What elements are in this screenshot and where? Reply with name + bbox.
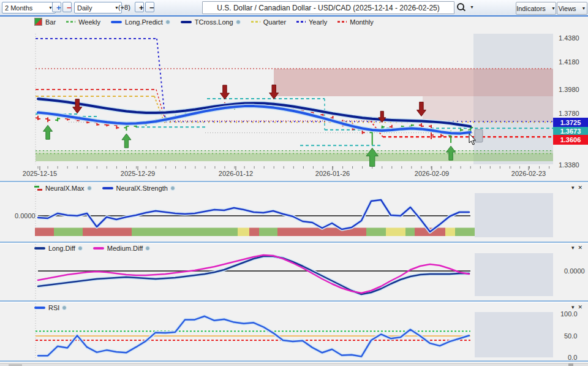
legend-label: Quarter bbox=[263, 18, 286, 26]
panel-buttons-rsi: ▾✕ bbox=[571, 304, 582, 310]
legend-item-long-predict[interactable]: Long.Predict bbox=[111, 18, 170, 26]
chart-zone bbox=[36, 153, 553, 161]
bars-minus-button[interactable]: − bbox=[145, 2, 154, 12]
legend-item-neuralx-max[interactable]: NeuralX.Max bbox=[34, 185, 92, 192]
range-select[interactable]: 2 Months ▼ bbox=[2, 2, 56, 13]
panel-buttons-neuralx: ▾✕ bbox=[571, 185, 582, 191]
range-value: 2 Months bbox=[5, 4, 32, 12]
dashed-line-icon bbox=[66, 21, 75, 23]
date-axis-label: 2025-12-15 bbox=[15, 170, 64, 177]
panel-axis-label: 0.0000 bbox=[564, 267, 585, 275]
price-axis-label: 1.3380 bbox=[559, 161, 579, 169]
future-shade bbox=[475, 193, 553, 237]
panel-buttons-longdiff: ▾✕ bbox=[571, 245, 582, 251]
panel-axis-label: 100.0 bbox=[560, 310, 578, 318]
chart-zone bbox=[274, 69, 553, 96]
series-long-diff bbox=[38, 256, 469, 294]
series-toggle-dot[interactable] bbox=[87, 186, 92, 191]
price-badge: 1.3606 bbox=[553, 135, 588, 145]
legend-label: Monthly bbox=[350, 18, 374, 26]
series-toggle-dot[interactable] bbox=[170, 186, 175, 191]
line-icon bbox=[34, 307, 45, 309]
legend-item-neuralx-strength[interactable]: NeuralX.Strength bbox=[102, 185, 175, 192]
close-icon[interactable]: ✕ bbox=[578, 304, 583, 310]
neural-strip-segment bbox=[445, 228, 455, 237]
series-toggle-dot[interactable] bbox=[62, 305, 67, 310]
neural-strip-segment bbox=[132, 228, 238, 237]
legend-label: NeuralX.Strength bbox=[116, 185, 168, 192]
toolbar: 2 Months ▼ + − Daily ▼ (+8) + − U.S. Dol… bbox=[0, 0, 588, 17]
legend-label: TCross.Long bbox=[195, 18, 233, 26]
legend-label: Weekly bbox=[78, 18, 100, 26]
legend-item-long-diff[interactable]: Long.Diff bbox=[34, 245, 83, 252]
chevron-down-icon: ▼ bbox=[551, 6, 556, 10]
horizontal-scrollbar[interactable] bbox=[0, 363, 588, 366]
indicators-label: Indicators bbox=[516, 5, 546, 12]
legend-label: Medium.Diff bbox=[107, 245, 143, 252]
line-icon bbox=[102, 187, 113, 189]
neural-strip-segment bbox=[405, 228, 415, 237]
legend-item-rsi[interactable]: RSI bbox=[34, 304, 67, 311]
legend-item-tcross-long[interactable]: TCross.Long bbox=[181, 18, 241, 26]
legend-item-medium-diff[interactable]: Medium.Diff bbox=[93, 245, 150, 252]
legend-item-weekly[interactable]: Weekly bbox=[66, 18, 100, 26]
line-icon bbox=[34, 247, 45, 250]
neural-strip-segment bbox=[386, 228, 405, 237]
series-toggle-dot[interactable] bbox=[78, 246, 83, 251]
legend-item-bar[interactable]: Bar bbox=[34, 18, 56, 26]
neural-bars-icon bbox=[34, 186, 42, 191]
up-arrow-signal bbox=[43, 125, 53, 139]
close-icon[interactable]: ✕ bbox=[578, 245, 583, 251]
search-icon bbox=[457, 3, 464, 10]
dashed-line-icon bbox=[251, 21, 260, 23]
legend-label: RSI bbox=[48, 304, 59, 311]
views-button[interactable]: Views ▼ bbox=[557, 2, 587, 15]
price-axis-label: 1.3780 bbox=[559, 110, 579, 117]
collapse-icon[interactable]: ▾ bbox=[571, 245, 575, 251]
series-toggle-dot[interactable] bbox=[165, 20, 170, 25]
legend-item-monthly[interactable]: Monthly bbox=[337, 18, 374, 26]
reference-line bbox=[157, 39, 165, 121]
legend-item-yearly[interactable]: Yearly bbox=[296, 18, 327, 26]
resize-grip-icon[interactable] bbox=[568, 364, 573, 366]
neural-strip-segment bbox=[83, 228, 132, 237]
price-axis-label: 1.3980 bbox=[559, 86, 579, 93]
line-icon bbox=[93, 247, 104, 250]
collapse-icon[interactable]: ▾ bbox=[571, 304, 575, 310]
zoom-in-button[interactable]: + bbox=[52, 2, 61, 12]
interval-select[interactable]: Daily ▼ bbox=[74, 2, 122, 13]
price-axis-label: 1.4180 bbox=[559, 58, 579, 66]
future-shade bbox=[475, 312, 553, 357]
date-axis-label: 2026-01-12 bbox=[211, 170, 260, 177]
interval-value: Daily bbox=[77, 4, 92, 12]
bars-plus-button[interactable]: + bbox=[135, 2, 144, 12]
neural-strip-segment bbox=[249, 228, 259, 237]
panel-legend-rsi: RSI bbox=[34, 304, 77, 311]
close-icon[interactable]: ✕ bbox=[578, 185, 583, 191]
chart-canvas[interactable] bbox=[0, 0, 588, 366]
line-icon bbox=[181, 21, 192, 23]
legend-item-quarter[interactable]: Quarter bbox=[251, 18, 286, 26]
panel-legend-longdiff: Long.DiffMedium.Diff bbox=[34, 245, 160, 252]
collapse-icon[interactable]: ▾ bbox=[571, 185, 575, 191]
up-arrow-signal bbox=[122, 134, 131, 148]
price-badge: 1.3725 bbox=[553, 118, 588, 127]
series-toggle-dot[interactable] bbox=[145, 246, 150, 251]
zoom-out-button[interactable]: − bbox=[62, 2, 72, 12]
series-toggle-dot[interactable] bbox=[236, 20, 241, 25]
down-arrow-signal bbox=[220, 85, 229, 99]
date-axis-label: 2025-12-29 bbox=[113, 170, 162, 177]
bars-offset-label: (+8) bbox=[118, 4, 130, 11]
symbol-title[interactable]: U.S. Dollar / Canadian Dollar - USD/CAD … bbox=[202, 1, 454, 14]
neural-strip-segment bbox=[238, 228, 249, 237]
panel-axis-label: 50.0 bbox=[564, 332, 577, 340]
legend-label: Yearly bbox=[309, 18, 327, 26]
legend-label: NeuralX.Max bbox=[45, 185, 85, 192]
legend-label: Bar bbox=[45, 18, 56, 26]
series-medium-diff bbox=[38, 255, 469, 293]
indicators-button[interactable]: Indicators ▼ bbox=[516, 2, 556, 15]
search-button[interactable]: ▼ bbox=[457, 3, 474, 10]
views-label: Views bbox=[558, 5, 576, 12]
legend-label: Long.Diff bbox=[48, 245, 75, 252]
legend-label: Long.Predict bbox=[125, 18, 163, 26]
